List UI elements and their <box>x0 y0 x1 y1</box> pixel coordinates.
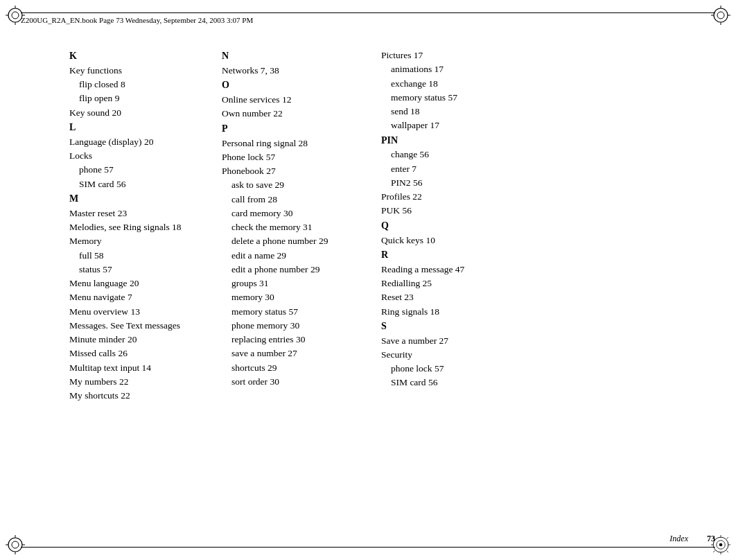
entry-phone-lock: Phone lock 57 <box>222 150 374 164</box>
entry-pb-save-number: save a number 27 <box>222 347 374 360</box>
column-mid: N Networks 7, 38 O Online services 12 Ow… <box>222 49 381 518</box>
entry-pb-sort-order: sort order 30 <box>222 375 374 389</box>
section-R: R Reading a message 47 Redialling 25 Res… <box>381 247 534 319</box>
entry-pb-call-from: call from 28 <box>222 193 374 207</box>
main-content: K Key functions flip closed 8 flip open … <box>69 49 694 518</box>
entry-menu-navigate: Menu navigate 7 <box>69 290 215 304</box>
svg-line-27 <box>713 551 715 552</box>
entry-security-phone-lock: phone lock 57 <box>381 362 534 376</box>
entry-reading-message: Reading a message 47 <box>381 263 534 277</box>
entry-redialling: Redialling 25 <box>381 277 534 290</box>
section-K: K Key functions flip closed 8 flip open … <box>69 49 215 120</box>
entry-pb-edit-phone: edit a phone number 29 <box>222 263 374 277</box>
section-letter-O: O <box>222 80 229 90</box>
entry-pictures: Pictures 17 <box>381 49 534 62</box>
section-pictures: Pictures 17 animations 17 exchange 18 me… <box>381 49 534 133</box>
svg-line-28 <box>727 551 728 552</box>
section-letter-K: K <box>69 51 77 61</box>
entry-pb-replacing: replacing entries 30 <box>222 333 374 347</box>
entry-multitap: Multitap text input 14 <box>69 361 215 375</box>
entry-memory-status: status 57 <box>69 263 215 277</box>
entry-my-numbers: My numbers 22 <box>69 375 215 389</box>
section-O: O Online services 12 Own number 22 <box>222 78 374 121</box>
entry-pictures-memory-status: memory status 57 <box>381 91 534 105</box>
section-letter-S: S <box>381 321 387 331</box>
entry-melodies: Melodies, see Ring signals 18 <box>69 220 215 234</box>
entry-personal-ring: Personal ring signal 28 <box>222 137 374 150</box>
entry-online-services: Online services 12 <box>222 93 374 107</box>
section-P: P Personal ring signal 28 Phone lock 57 … <box>222 121 374 389</box>
section-letter-P: P <box>222 123 228 134</box>
entry-pb-memory: memory 30 <box>222 290 374 304</box>
footer-page-number: 73 <box>707 534 715 544</box>
svg-point-20 <box>719 543 723 547</box>
entry-ring-signals: Ring signals 18 <box>381 305 534 319</box>
entry-pb-delete: delete a phone number 29 <box>222 234 374 248</box>
header-bar: Z200UG_R2A_EN.book Page 73 Wednesday, Se… <box>21 12 715 24</box>
column-left: K Key functions flip closed 8 flip open … <box>69 49 222 518</box>
entry-networks: Networks 7, 38 <box>222 64 374 78</box>
entry-pictures-send: send 18 <box>381 105 534 119</box>
entry-locks-phone: phone 57 <box>69 163 215 177</box>
entry-memory-full: full 58 <box>69 249 215 263</box>
entry-locks: Locks <box>69 149 215 163</box>
entry-memory: Memory <box>69 234 215 248</box>
footer-index-label: Index <box>669 534 688 544</box>
svg-point-7 <box>717 12 724 19</box>
entry-menu-overview: Menu overview 13 <box>69 305 215 319</box>
entry-pin2: PIN2 56 <box>381 176 534 190</box>
section-letter-M: M <box>69 193 78 204</box>
entry-pb-shortcuts: shortcuts 29 <box>222 361 374 375</box>
entry-pb-groups: groups 31 <box>222 277 374 290</box>
entry-pb-phone-memory: phone memory 30 <box>222 319 374 333</box>
section-letter-R: R <box>381 250 388 260</box>
entry-flip-open: flip open 9 <box>69 91 215 105</box>
entry-menu-language: Menu language 20 <box>69 277 215 290</box>
svg-point-1 <box>12 12 19 19</box>
entry-language-display: Language (display) 20 <box>69 135 215 149</box>
entry-own-number: Own number 22 <box>222 107 374 121</box>
entry-key-sound: Key sound 20 <box>69 106 215 120</box>
svg-point-12 <box>8 538 22 552</box>
entry-minute-minder: Minute minder 20 <box>69 333 215 347</box>
section-N: N Networks 7, 38 <box>222 49 374 78</box>
entry-reset: Reset 23 <box>381 290 534 304</box>
entry-master-reset: Master reset 23 <box>69 207 215 220</box>
entry-pb-ask-save: ask to save 29 <box>222 178 374 192</box>
section-PIN: PIN change 56 enter 7 PIN2 56 Profiles 2… <box>381 133 534 218</box>
entry-save-number: Save a number 27 <box>381 334 534 348</box>
entry-key-functions: Key functions <box>69 64 215 78</box>
entry-pin-change: change 56 <box>381 148 534 161</box>
section-letter-L: L <box>69 122 76 132</box>
section-letter-PIN: PIN <box>381 135 398 146</box>
entry-pb-memory-status: memory status 57 <box>222 305 374 319</box>
svg-point-6 <box>714 8 728 22</box>
section-Q: Q Quick keys 10 <box>381 218 534 247</box>
header-text: Z200UG_R2A_EN.book Page 73 Wednesday, Se… <box>21 16 253 24</box>
footer-bar: Index 73 <box>21 534 715 548</box>
column-right: Pictures 17 animations 17 exchange 18 me… <box>381 49 541 518</box>
entry-pb-edit-name: edit a name 29 <box>222 249 374 263</box>
entry-quick-keys: Quick keys 10 <box>381 234 534 247</box>
entry-phonebook: Phonebook 27 <box>222 164 374 178</box>
section-letter-Q: Q <box>381 220 389 231</box>
entry-pictures-exchange: exchange 18 <box>381 77 534 91</box>
entry-pin-enter: enter 7 <box>381 162 534 176</box>
section-L: L Language (display) 20 Locks phone 57 S… <box>69 120 215 191</box>
entry-security-sim: SIM card 56 <box>381 376 534 390</box>
entry-pictures-wallpaper: wallpaper 17 <box>381 119 534 132</box>
entry-pb-check-memory: check the memory 31 <box>222 220 374 234</box>
entry-puk: PUK 56 <box>381 204 534 218</box>
svg-point-0 <box>8 8 22 22</box>
svg-line-26 <box>727 537 728 539</box>
entry-flip-closed: flip closed 8 <box>69 78 215 91</box>
entry-missed-calls: Missed calls 26 <box>69 347 215 360</box>
entry-my-shortcuts: My shortcuts 22 <box>69 389 215 403</box>
footer-separator <box>694 535 701 543</box>
entry-pictures-animations: animations 17 <box>381 62 534 76</box>
entry-messages: Messages. See Text messages <box>69 319 215 333</box>
entry-profiles: Profiles 22 <box>381 190 534 204</box>
section-S: S Save a number 27 Security phone lock 5… <box>381 319 534 390</box>
section-M: M Master reset 23 Melodies, see Ring sig… <box>69 191 215 403</box>
entry-security: Security <box>381 348 534 362</box>
